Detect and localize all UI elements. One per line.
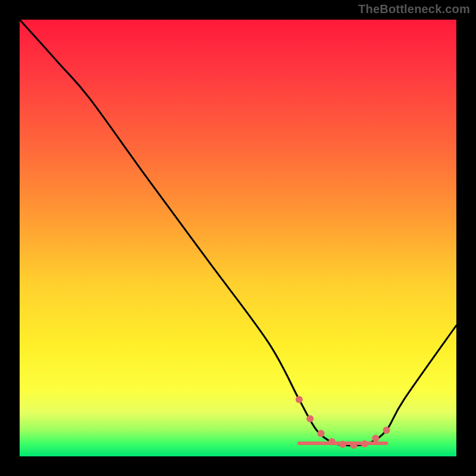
bottleneck-curve bbox=[20, 20, 456, 446]
optimal-marker bbox=[372, 435, 379, 442]
optimal-marker bbox=[306, 415, 314, 422]
optimal-marker bbox=[383, 427, 390, 434]
optimal-marker bbox=[361, 440, 368, 447]
optimal-region-markers bbox=[296, 396, 390, 449]
optimal-marker bbox=[317, 430, 324, 437]
watermark-text: TheBottleneck.com bbox=[358, 2, 470, 16]
plot-area bbox=[20, 20, 456, 456]
optimal-marker bbox=[296, 396, 303, 403]
curve-overlay bbox=[20, 20, 456, 456]
optimal-marker bbox=[328, 438, 336, 445]
optimal-marker bbox=[339, 441, 346, 448]
chart-frame: TheBottleneck.com bbox=[0, 0, 476, 476]
optimal-marker bbox=[350, 441, 358, 449]
